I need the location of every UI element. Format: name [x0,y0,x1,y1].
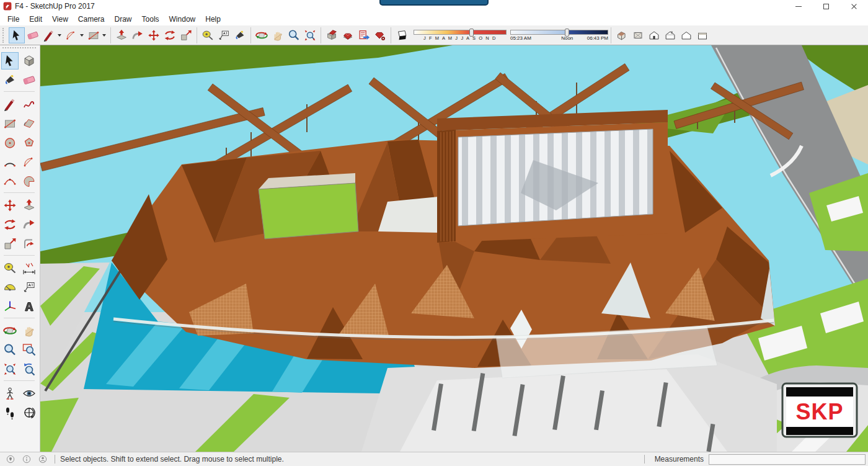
rotated-rectangle-tool-button[interactable] [20,115,38,132]
rotate-tool-button[interactable] [162,27,178,43]
menu-item-draw[interactable]: Draw [110,14,137,25]
paint-bucket-tool-button[interactable] [232,27,248,43]
rotate-tool-button[interactable] [1,216,19,233]
shadow-date-handle[interactable] [469,29,474,37]
pan-tool-button[interactable] [20,322,38,339]
view-front-icon [647,29,661,42]
shadow-time-track[interactable] [510,30,608,35]
view-back-tool-button[interactable] [662,27,678,43]
view-front-tool-button[interactable] [646,27,662,43]
arc-tool-button[interactable] [1,153,19,171]
3d-text-tool-button[interactable] [20,298,38,315]
account-icon[interactable] [38,454,48,465]
freehand-tool-button[interactable] [20,96,38,113]
line-tool-button[interactable] [1,96,19,113]
shadow-date-track[interactable] [414,30,507,35]
2pt-arc-tool-button[interactable] [20,153,38,171]
close-button[interactable] [840,0,868,12]
measurements-input[interactable] [709,454,866,465]
offset-tool-button[interactable] [20,235,38,253]
polygon-tool-button[interactable] [20,134,38,151]
scale-tool-button[interactable] [1,235,19,253]
shadow-toggle-button[interactable] [394,27,410,43]
section-plane-icon [22,405,37,420]
2pt-arc-tool-button[interactable] [63,27,79,43]
circle-tool-button[interactable] [1,134,19,151]
text-tool-button[interactable] [216,27,232,43]
geolocation-icon[interactable] [6,454,16,465]
line-tool-button[interactable] [41,27,57,43]
toolbar-grip [2,28,6,43]
menu-item-edit[interactable]: Edit [24,14,47,25]
rectangle-dropdown-arrow-icon[interactable] [102,34,106,38]
select-tool-button[interactable] [9,27,25,43]
follow-me-tool-button[interactable] [130,27,146,43]
menu-item-window[interactable]: Window [164,14,201,25]
pan-tool-button[interactable] [270,27,286,43]
zoom-window-tool-button[interactable] [20,341,38,359]
eraser-tool-button[interactable] [25,27,41,43]
select-tool-button[interactable] [1,52,19,69]
shadow-time-slider[interactable]: 05:23 AM Noon 06:43 PM [510,30,608,41]
2pt-arc-dropdown-arrow-icon[interactable] [80,34,84,38]
look-around-tool-button[interactable] [20,385,38,402]
view-right-tool-button[interactable] [694,27,711,43]
maximize-icon [823,4,829,9]
minimize-button[interactable] [784,0,812,12]
eraser-tool-button[interactable] [20,71,38,89]
plugin-gem-tool-button[interactable] [340,27,356,43]
text-tool-button[interactable] [20,279,38,296]
toolbar-separator [321,27,321,43]
large-tool-set [0,45,40,452]
move-tool-button[interactable] [146,27,162,43]
orbit-tool-button[interactable] [1,322,19,339]
menu-item-file[interactable]: File [2,14,24,25]
make-component-tool-button[interactable] [20,52,38,69]
dimension-tool-button[interactable] [20,259,38,277]
skp-watermark-text: SKP [795,399,843,424]
menu-item-view[interactable]: View [47,14,73,25]
plugin-box-tool-button[interactable] [324,27,340,43]
zoom-extents-tool-button[interactable] [1,361,19,378]
menu-item-camera[interactable]: Camera [73,14,110,25]
window-controls [784,0,868,12]
plugin-doc-tool-button[interactable] [356,27,372,43]
scale-tool-button[interactable] [178,27,194,43]
view-top-tool-button[interactable] [630,27,646,43]
zoom-tool-button[interactable] [286,27,302,43]
view-left-tool-button[interactable] [678,27,694,43]
pie-tool-button[interactable] [20,173,38,190]
tape-measure-tool-button[interactable] [200,27,216,43]
tape-measure-tool-button[interactable] [1,259,19,277]
paint-bucket-tool-button[interactable] [1,71,19,89]
orbit-tool-button[interactable] [254,27,270,43]
rectangle-tool-button[interactable] [86,27,102,43]
palette-row [1,96,40,113]
position-camera-tool-button[interactable] [1,385,19,402]
push-pull-tool-button[interactable] [113,27,130,43]
rectangle-tool-button[interactable] [1,115,19,132]
move-tool-button[interactable] [1,197,19,214]
maximize-button[interactable] [812,0,840,12]
skylight-box [437,110,668,243]
viewport-3d[interactable]: SKP [40,45,868,452]
section-plane-tool-button[interactable] [20,404,38,421]
menu-item-help[interactable]: Help [200,14,226,25]
walk-tool-button[interactable] [1,404,19,421]
shadow-date-slider[interactable]: J F M A M J J A S O N D [414,30,507,41]
plugin-box-icon [325,29,339,42]
zoom-previous-tool-button[interactable] [20,361,38,378]
zoom-extents-tool-button[interactable] [302,27,318,43]
follow-me-tool-button[interactable] [20,216,38,233]
menu-item-tools[interactable]: Tools [137,14,164,25]
push-pull-tool-button[interactable] [20,197,38,214]
view-iso-tool-button[interactable] [614,27,630,43]
zoom-tool-button[interactable] [1,341,19,359]
protractor-tool-button[interactable] [1,279,19,296]
palette-row [1,134,40,151]
plugin-gear-tool-button[interactable] [372,27,388,43]
line-dropdown-arrow-icon[interactable] [58,34,61,38]
axes-tool-button[interactable] [1,298,19,315]
credits-icon[interactable] [22,454,32,465]
3pt-arc-tool-button[interactable] [1,173,19,190]
